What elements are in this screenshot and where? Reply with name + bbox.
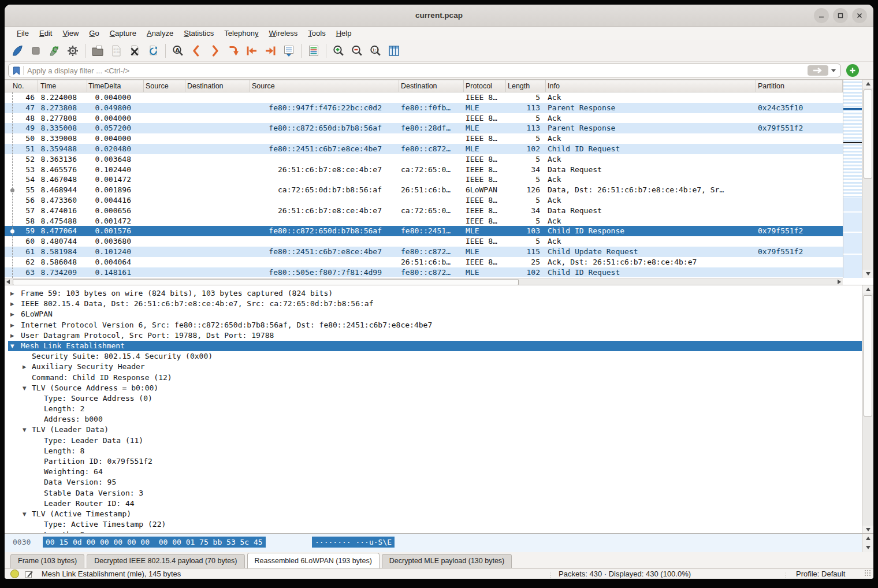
packet-row-62[interactable]: 628.5860480.00406426:51:c6:b…IEEE 8…25Ac… xyxy=(5,257,843,267)
stop-capture-button[interactable] xyxy=(27,42,45,59)
packet-row-61[interactable]: 618.5819840.101240fe80::2451:c6b7:e8ce:4… xyxy=(5,247,843,257)
zoom-out-button[interactable] xyxy=(348,42,366,59)
hex-bytes-selected[interactable]: 00 15 0d 00 00 00 00 00 00 00 01 75 bb 5… xyxy=(43,537,266,548)
resize-grip[interactable] xyxy=(864,570,872,577)
go-first-button[interactable] xyxy=(243,42,261,59)
menu-wireless[interactable]: Wireless xyxy=(264,27,303,40)
scroll-right-icon[interactable] xyxy=(838,280,841,284)
detail-line[interactable]: ▶6LoWPAN xyxy=(8,309,862,319)
detail-line[interactable]: ▶User Datagram Protocol, Src Port: 19788… xyxy=(8,330,862,341)
go-to-packet-button[interactable] xyxy=(224,42,243,59)
detail-line[interactable]: ▶Frame 59: 103 bytes on wire (824 bits),… xyxy=(8,288,862,299)
detail-line[interactable]: ▼Mesh Link Establishment xyxy=(8,341,862,351)
close-button[interactable] xyxy=(852,8,867,23)
packet-row-53[interactable]: 538.4655760.10244026:51:c6:b7:e8:ce:4b:e… xyxy=(5,165,843,175)
detail-line[interactable]: Length: 8 xyxy=(8,446,862,456)
menu-statistics[interactable]: Statistics xyxy=(178,27,219,40)
byte-tab-0[interactable]: Frame (103 bytes) xyxy=(10,554,84,568)
detail-line[interactable]: Command: Child ID Response (12) xyxy=(8,373,862,383)
intelligent-scrollbar-minimap[interactable] xyxy=(843,80,862,278)
apply-filter-button[interactable] xyxy=(808,65,828,76)
menu-telephony[interactable]: Telephony xyxy=(219,27,263,40)
column-header-no[interactable]: No. xyxy=(5,80,38,92)
detail-line[interactable]: Type: Active Timestamp (22) xyxy=(8,519,862,530)
packet-row-51[interactable]: 518.3594880.020480fe80::2451:c6b7:e8ce:4… xyxy=(5,144,843,154)
detail-line[interactable]: Leader Router ID: 44 xyxy=(8,498,862,509)
detail-line[interactable]: ▼TLV (Source Address = b0:00) xyxy=(8,383,862,393)
details-vscroll-thumb[interactable] xyxy=(864,295,872,416)
column-header-destination[interactable]: Destination xyxy=(185,80,250,92)
detail-line[interactable]: Security Suite: 802.15.4 Security (0x00) xyxy=(8,351,862,362)
expand-icon[interactable]: ▶ xyxy=(10,288,14,299)
expand-icon[interactable]: ▶ xyxy=(10,330,14,341)
zoom-original-button[interactable]: 1:1 xyxy=(366,42,385,59)
resize-columns-button[interactable] xyxy=(385,42,403,59)
expert-info-icon[interactable] xyxy=(10,570,19,578)
packet-row-50[interactable]: 508.3390080.004000IEEE 8…5Ack xyxy=(5,133,843,144)
byte-tab-3[interactable]: Decrypted MLE payload (130 bytes) xyxy=(382,554,512,568)
scroll-left-icon[interactable] xyxy=(6,280,10,284)
expand-icon[interactable]: ▶ xyxy=(10,320,14,330)
column-header-source[interactable]: Source xyxy=(144,80,185,92)
column-header-time[interactable]: Time xyxy=(38,80,87,92)
open-file-button[interactable] xyxy=(88,42,107,59)
column-header-length[interactable]: Length xyxy=(506,80,546,92)
detail-line[interactable]: Stable Data Version: 3 xyxy=(8,488,862,498)
minimize-button[interactable] xyxy=(814,8,829,23)
packet-row-48[interactable]: 488.2778080.004000IEEE 8…5Ack xyxy=(5,113,843,124)
go-back-button[interactable] xyxy=(187,42,206,59)
add-filter-button[interactable] xyxy=(846,64,859,77)
packet-row-52[interactable]: 528.3631360.003648IEEE 8…5Ack xyxy=(5,154,843,165)
collapse-icon[interactable]: ▼ xyxy=(23,509,27,519)
packet-row-55[interactable]: 558.4689440.001896ca:72:65:0d:b7:b8:56:a… xyxy=(5,185,843,195)
detail-line[interactable]: Type: Source Address (0) xyxy=(8,393,862,404)
find-packet-button[interactable]: A xyxy=(169,42,187,59)
detail-line[interactable]: Weighting: 64 xyxy=(8,467,862,477)
detail-line[interactable]: ▶IEEE 802.15.4 Data, Dst: 26:51:c6:b7:e8… xyxy=(8,299,862,309)
packet-row-57[interactable]: 578.4740160.00065626:51:c6:b7:e8:ce:4b:e… xyxy=(5,206,843,216)
start-capture-button[interactable] xyxy=(8,42,27,59)
column-header-partition[interactable]: Partition xyxy=(756,80,843,92)
save-file-button[interactable]: 01010110 xyxy=(107,42,125,59)
auto-scroll-button[interactable] xyxy=(280,42,298,59)
scroll-down-button[interactable] xyxy=(862,270,873,278)
capture-options-button[interactable] xyxy=(64,42,82,59)
menu-view[interactable]: View xyxy=(57,27,84,40)
expand-icon[interactable]: ▶ xyxy=(23,362,27,372)
detail-line[interactable]: ▼TLV (Active Timestamp) xyxy=(8,509,862,519)
bytes-scroll-up-button[interactable] xyxy=(862,534,873,543)
packet-row-59[interactable]: 598.4770640.001576fe80::c872:650d:b7b8:5… xyxy=(5,226,843,236)
capture-comment-icon[interactable] xyxy=(24,570,34,579)
bytes-scroll-down-button[interactable] xyxy=(862,543,873,552)
go-forward-button[interactable] xyxy=(206,42,224,59)
details-scroll-up-button[interactable] xyxy=(862,285,873,293)
packet-list-header[interactable]: No.TimeTimeDeltaSourceDestinationSourceD… xyxy=(5,80,843,92)
column-header-source[interactable]: Source xyxy=(250,80,399,92)
expand-icon[interactable]: ▶ xyxy=(10,299,14,309)
menu-analyze[interactable]: Analyze xyxy=(142,27,178,40)
packet-row-60[interactable]: 608.4807440.003680IEEE 8…5Ack xyxy=(5,236,843,247)
packet-row-56[interactable]: 568.4733600.004416IEEE 8…5Ack xyxy=(5,195,843,206)
restart-capture-button[interactable] xyxy=(45,42,64,59)
byte-tab-2[interactable]: Reassembled 6LoWPAN (193 bytes) xyxy=(247,553,380,568)
packet-row-63[interactable]: 638.7342090.148161fe80::505e:f807:7f81:4… xyxy=(5,267,843,278)
expand-icon[interactable]: ▶ xyxy=(10,309,14,319)
detail-line[interactable]: ▶Auxiliary Security Header xyxy=(8,362,862,372)
detail-line[interactable]: Partition ID: 0x79f551f2 xyxy=(8,456,862,467)
column-header-timedelta[interactable]: TimeDelta xyxy=(87,80,144,92)
menu-go[interactable]: Go xyxy=(84,27,104,40)
scroll-up-button[interactable] xyxy=(862,80,873,88)
detail-line[interactable]: Data Version: 95 xyxy=(8,477,862,487)
maximize-button[interactable] xyxy=(833,8,848,23)
packet-list-vscrollbar[interactable] xyxy=(862,80,873,278)
bytes-vscrollbar[interactable] xyxy=(862,534,873,552)
display-filter-input[interactable] xyxy=(25,66,808,75)
detail-line[interactable]: Address: b000 xyxy=(8,414,862,425)
packet-row-49[interactable]: 498.3350080.057200fe80::c872:650d:b7b8:5… xyxy=(5,123,843,133)
packet-row-46[interactable]: 468.2240080.004000IEEE 8…5Ack xyxy=(5,92,843,103)
vscroll-thumb[interactable] xyxy=(864,90,872,178)
menu-edit[interactable]: Edit xyxy=(34,27,57,40)
zoom-in-button[interactable] xyxy=(329,42,348,59)
collapse-icon[interactable]: ▼ xyxy=(23,383,27,393)
display-filter-field[interactable] xyxy=(8,64,841,77)
